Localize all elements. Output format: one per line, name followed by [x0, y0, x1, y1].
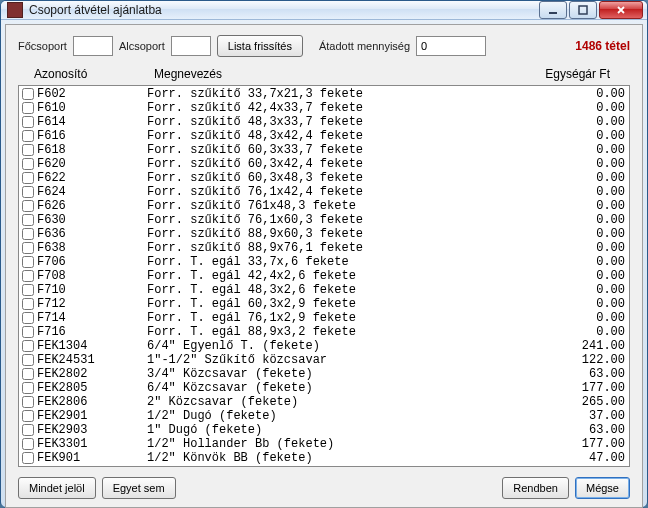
table-row[interactable]: FEK29011/2" Dugó (fekete)37.00	[21, 409, 629, 423]
cell-id: F714	[37, 311, 147, 325]
table-row[interactable]: F614Forr. szűkítő 48,3x33,7 fekete0.00	[21, 115, 629, 129]
table-row[interactable]: F708Forr. T. egál 42,4x2,6 fekete0.00	[21, 269, 629, 283]
row-checkbox[interactable]	[22, 452, 34, 464]
table-row[interactable]: FEK28062" Közcsavar (fekete)265.00	[21, 395, 629, 409]
maximize-button[interactable]	[569, 1, 597, 19]
table-row[interactable]: FEK28056/4" Közcsavar (fekete)177.00	[21, 381, 629, 395]
close-button[interactable]	[599, 1, 643, 19]
cell-id: F622	[37, 171, 147, 185]
row-checkbox[interactable]	[22, 228, 34, 240]
row-checkbox[interactable]	[22, 396, 34, 408]
row-checkbox[interactable]	[22, 172, 34, 184]
alcscsoport-label: Alcsoport	[119, 40, 165, 52]
table-row[interactable]: FEK29031" Dugó (fekete)63.00	[21, 423, 629, 437]
table-row[interactable]: F610Forr. szűkítő 42,4x33,7 fekete0.00	[21, 101, 629, 115]
row-checkbox[interactable]	[22, 186, 34, 198]
table-row[interactable]: FEK13046/4" Egyenlő T. (fekete)241.00	[21, 339, 629, 353]
refresh-button[interactable]: Lista frissítés	[217, 35, 303, 57]
row-checkbox[interactable]	[22, 284, 34, 296]
table-row[interactable]: F706Forr. T. egál 33,7x,6 fekete0.00	[21, 255, 629, 269]
table-row[interactable]: F622Forr. szűkítő 60,3x48,3 fekete0.00	[21, 171, 629, 185]
table-row[interactable]: F712Forr. T. egál 60,3x2,9 fekete0.00	[21, 297, 629, 311]
table-row[interactable]: F602Forr. szűkítő 33,7x21,3 fekete0.00	[21, 87, 629, 101]
row-checkbox[interactable]	[22, 326, 34, 338]
list-section: Azonosító Megnevezés Egységár Ft F602For…	[18, 65, 630, 467]
cell-price: 0.00	[551, 311, 629, 325]
cell-price: 63.00	[551, 367, 629, 381]
cell-id: F716	[37, 325, 147, 339]
row-checkbox[interactable]	[22, 158, 34, 170]
table-row[interactable]: FEK9011/2" Könvök BB (fekete)47.00	[21, 451, 629, 465]
cell-price: 47.00	[551, 451, 629, 465]
ok-button[interactable]: Rendben	[502, 477, 569, 499]
row-checkbox[interactable]	[22, 116, 34, 128]
row-checkbox[interactable]	[22, 438, 34, 450]
focscsoport-input[interactable]	[73, 36, 113, 56]
table-row[interactable]: F616Forr. szűkítő 48,3x42,4 fekete0.00	[21, 129, 629, 143]
minimize-button[interactable]	[539, 1, 567, 19]
table-row[interactable]: F626Forr. szűkítő 761x48,3 fekete0.00	[21, 199, 629, 213]
cell-id: F602	[37, 87, 147, 101]
table-row[interactable]: FEK33011/2" Hollander Bb (fekete)177.00	[21, 437, 629, 451]
cell-price: 0.00	[551, 241, 629, 255]
cell-name: Forr. T. egál 33,7x,6 fekete	[147, 255, 551, 269]
row-checkbox[interactable]	[22, 200, 34, 212]
alcscsoport-input[interactable]	[171, 36, 211, 56]
table-row[interactable]: F630Forr. szűkítő 76,1x60,3 fekete0.00	[21, 213, 629, 227]
cell-id: F630	[37, 213, 147, 227]
row-checkbox[interactable]	[22, 312, 34, 324]
row-checkbox[interactable]	[22, 102, 34, 114]
rows-container[interactable]: F602Forr. szűkítő 33,7x21,3 fekete0.00F6…	[19, 86, 629, 466]
row-checkbox[interactable]	[22, 298, 34, 310]
cell-id: F616	[37, 129, 147, 143]
cell-name: Forr. szűkítő 42,4x33,7 fekete	[147, 101, 551, 115]
table-row[interactable]: F638Forr. szűkítő 88,9x76,1 fekete0.00	[21, 241, 629, 255]
row-checkbox[interactable]	[22, 368, 34, 380]
row-checkbox[interactable]	[22, 144, 34, 156]
titlebar[interactable]: Csoport átvétel ajánlatba	[1, 1, 647, 20]
table-row[interactable]: F710Forr. T. egál 48,3x2,6 fekete0.00	[21, 283, 629, 297]
table-row[interactable]: FEK28023/4" Közcsavar (fekete)63.00	[21, 367, 629, 381]
row-checkbox[interactable]	[22, 410, 34, 422]
cancel-button[interactable]: Mégse	[575, 477, 630, 499]
table-row[interactable]: F716Forr. T. egál 88,9x3,2 fekete0.00	[21, 325, 629, 339]
cell-id: F618	[37, 143, 147, 157]
cell-id: F708	[37, 269, 147, 283]
select-none-button[interactable]: Egyet sem	[102, 477, 176, 499]
row-checkbox[interactable]	[22, 242, 34, 254]
cell-price: 0.00	[551, 115, 629, 129]
cell-id: F620	[37, 157, 147, 171]
row-checkbox[interactable]	[22, 340, 34, 352]
cell-name: Forr. szűkítő 76,1x60,3 fekete	[147, 213, 551, 227]
table-row[interactable]: F636Forr. szűkítő 88,9x60,3 fekete0.00	[21, 227, 629, 241]
cell-id: FEK24531	[37, 353, 147, 367]
cell-price: 0.00	[551, 283, 629, 297]
row-checkbox[interactable]	[22, 424, 34, 436]
table-row[interactable]: F714Forr. T. egál 76,1x2,9 fekete0.00	[21, 311, 629, 325]
cell-id: F624	[37, 185, 147, 199]
qty-input[interactable]	[416, 36, 486, 56]
cell-price: 241.00	[551, 339, 629, 353]
row-checkbox[interactable]	[22, 354, 34, 366]
cell-name: Forr. szűkítő 48,3x33,7 fekete	[147, 115, 551, 129]
select-all-button[interactable]: Mindet jelöl	[18, 477, 96, 499]
cell-price: 177.00	[551, 437, 629, 451]
table-row[interactable]: F620Forr. szűkítő 60,3x42,4 fekete0.00	[21, 157, 629, 171]
table-row[interactable]: F624Forr. szűkítő 76,1x42,4 fekete0.00	[21, 185, 629, 199]
row-checkbox[interactable]	[22, 270, 34, 282]
cell-id: FEK2802	[37, 367, 147, 381]
list-header: Azonosító Megnevezés Egységár Ft	[18, 65, 630, 85]
cell-price: 0.00	[551, 171, 629, 185]
cell-name: Forr. T. egál 42,4x2,6 fekete	[147, 269, 551, 283]
table-row[interactable]: F618Forr. szűkítő 60,3x33,7 fekete0.00	[21, 143, 629, 157]
cell-name: Forr. szűkítő 761x48,3 fekete	[147, 199, 551, 213]
table-row[interactable]: FEK245311"-1/2" Szűkítő közcsavar122.00	[21, 353, 629, 367]
row-checkbox[interactable]	[22, 88, 34, 100]
cell-name: Forr. T. egál 48,3x2,6 fekete	[147, 283, 551, 297]
row-checkbox[interactable]	[22, 256, 34, 268]
row-checkbox[interactable]	[22, 214, 34, 226]
col-header-id: Azonosító	[34, 67, 154, 81]
row-checkbox[interactable]	[22, 130, 34, 142]
cell-price: 265.00	[551, 395, 629, 409]
row-checkbox[interactable]	[22, 382, 34, 394]
